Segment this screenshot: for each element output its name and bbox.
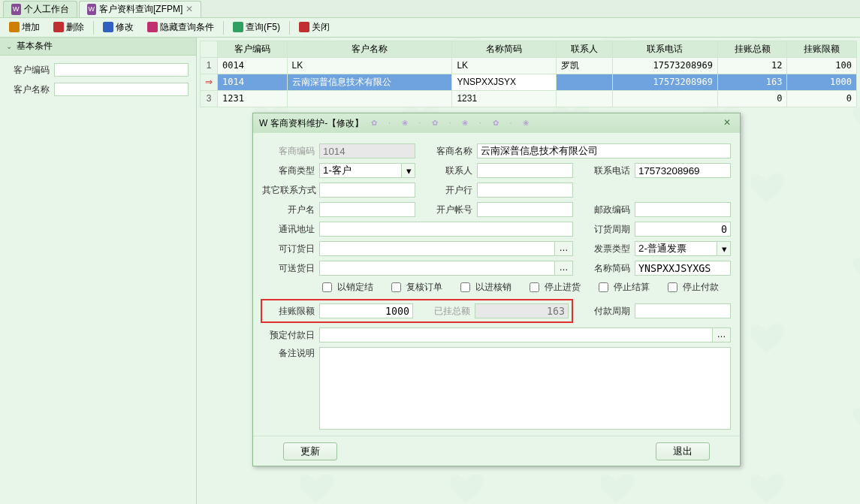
table-row[interactable]: ⇒1014云南深普信息技术有限公YNSPXXJSYX17573208969163… [201, 74, 857, 91]
picker-icon[interactable]: … [555, 241, 573, 256]
data-grid[interactable]: 客户编码客户名称名称简码联系人联系电话挂账总额挂账限额 10014LKLK罗凯1… [200, 41, 857, 107]
app-icon: W [11, 4, 21, 15]
cell[interactable]: LK [452, 58, 557, 74]
cell[interactable]: 1000 [787, 74, 857, 91]
field-type[interactable]: ▾ [319, 163, 415, 178]
dialog-title: 客商资料维护-【修改】 [270, 117, 364, 130]
cell[interactable]: 0 [717, 91, 787, 107]
cell[interactable]: 1231 [218, 91, 288, 107]
close-icon[interactable]: ✕ [186, 3, 193, 16]
column-header[interactable]: 挂账总额 [717, 41, 787, 58]
field-acctno[interactable] [477, 202, 573, 217]
cell[interactable] [557, 91, 612, 107]
checkbox-input[interactable] [391, 282, 401, 292]
field-remark[interactable] [319, 347, 731, 430]
cell[interactable]: LK [287, 58, 452, 74]
cust-name-input[interactable] [54, 83, 189, 96]
picker-icon[interactable]: … [555, 261, 573, 276]
checkbox-stop-settle[interactable]: 停止结算 [596, 280, 650, 294]
cell[interactable]: 163 [717, 74, 787, 91]
panel-header[interactable]: ⌄ 基本条件 [0, 38, 196, 56]
checkbox-label: 停止结算 [614, 281, 650, 294]
column-header[interactable]: 联系电话 [612, 41, 717, 58]
close-icon [299, 22, 309, 32]
button-label: 查询(F5) [246, 21, 280, 34]
column-header[interactable]: 客户编码 [218, 41, 288, 58]
close-button[interactable]: 关闭 [294, 20, 334, 35]
label-contact: 联系人 [420, 164, 472, 177]
table-row[interactable]: 31231123100 [201, 91, 857, 107]
checkbox-charge-in[interactable]: 以进核销 [457, 280, 511, 294]
exit-button[interactable]: 退出 [656, 442, 710, 460]
field-ordcycle[interactable] [635, 222, 731, 237]
column-header[interactable]: 名称简码 [452, 41, 557, 58]
checkbox-input[interactable] [460, 282, 470, 292]
update-button[interactable]: 更新 [283, 442, 337, 460]
checkbox-input[interactable] [322, 282, 332, 292]
cell[interactable]: 罗凯 [557, 58, 612, 74]
field-orddate[interactable]: … [319, 241, 573, 256]
column-header[interactable]: 联系人 [557, 41, 612, 58]
hide-button[interactable]: 隐藏查询条件 [143, 20, 219, 35]
checkbox-review-order[interactable]: 复核订单 [388, 280, 442, 294]
cell[interactable]: YNSPXXJSYX [452, 74, 557, 91]
cell[interactable]: 12 [717, 58, 787, 74]
field-limit[interactable] [319, 303, 413, 318]
checkbox-input[interactable] [599, 282, 608, 292]
field-bank[interactable] [477, 183, 573, 198]
dropdown-icon[interactable]: ▾ [402, 163, 415, 178]
dialog-titlebar[interactable]: W 客商资料维护-【修改】 ✿ · ❀ · ✿ · ❀ · ✿ · ❀ ✕ [253, 113, 740, 133]
cell[interactable]: 1014 [218, 74, 288, 91]
add-button[interactable]: 增加 [5, 20, 44, 35]
checkbox-input[interactable] [530, 282, 539, 292]
field-paydate[interactable]: … [319, 327, 731, 343]
field-other[interactable] [319, 183, 415, 198]
cell[interactable]: 云南深普信息技术有限公 [287, 74, 452, 91]
label-name: 客商名称 [420, 145, 472, 158]
cell[interactable]: 1231 [452, 91, 557, 107]
label-post: 邮政编码 [578, 204, 630, 216]
tab-workbench[interactable]: W 个人工作台 [3, 1, 77, 17]
field-post[interactable] [635, 202, 731, 217]
cell[interactable]: 0014 [218, 58, 288, 74]
table-row[interactable]: 10014LKLK罗凯1757320896912100 [201, 58, 857, 74]
field-total [475, 303, 569, 318]
field-abbr[interactable] [635, 261, 731, 276]
checkbox-stop-pay[interactable]: 停止付款 [665, 280, 719, 294]
column-header[interactable]: 挂账限额 [787, 41, 857, 58]
cell[interactable] [557, 74, 612, 91]
picker-icon[interactable]: … [713, 327, 731, 343]
close-icon[interactable]: ✕ [723, 116, 735, 128]
field-acctname[interactable] [319, 202, 415, 217]
button-label: 关闭 [312, 21, 330, 34]
dropdown-icon[interactable]: ▾ [717, 241, 731, 256]
checkbox-stop-purchase[interactable]: 停止进货 [527, 280, 581, 294]
field-phone[interactable] [635, 163, 731, 178]
cell[interactable]: 17573208969 [612, 74, 717, 91]
cell[interactable]: 100 [787, 58, 857, 74]
cell[interactable]: 17573208969 [612, 58, 717, 74]
column-header[interactable]: 客户名称 [287, 41, 452, 58]
tab-customer-query[interactable]: W 客户资料查询[ZFPM] ✕ [79, 1, 202, 17]
label-orddate: 可订货日 [262, 243, 315, 255]
label-bank: 开户行 [420, 184, 472, 197]
field-contact[interactable] [477, 163, 573, 178]
edit-button[interactable]: 修改 [98, 20, 138, 35]
checkbox-label: 停止付款 [683, 281, 719, 294]
field-invtype[interactable]: ▾ [635, 241, 731, 256]
field-paycycle[interactable] [635, 303, 731, 318]
label-shipdate: 可送货日 [262, 262, 315, 275]
cell[interactable]: 0 [787, 91, 857, 107]
delete-button[interactable]: 删除 [49, 20, 89, 35]
checkbox-input[interactable] [668, 282, 677, 292]
cell[interactable] [612, 91, 717, 107]
field-name[interactable] [477, 143, 731, 158]
query-button[interactable]: 查询(F5) [228, 20, 285, 35]
separator [289, 21, 290, 35]
cell[interactable] [287, 91, 452, 107]
cust-code-input[interactable] [54, 63, 189, 77]
field-shipdate[interactable]: … [319, 261, 573, 276]
checkbox-settle-by-sale[interactable]: 以销定结 [319, 280, 373, 294]
checkbox-label: 以销定结 [337, 281, 373, 294]
field-addr[interactable] [319, 222, 573, 237]
